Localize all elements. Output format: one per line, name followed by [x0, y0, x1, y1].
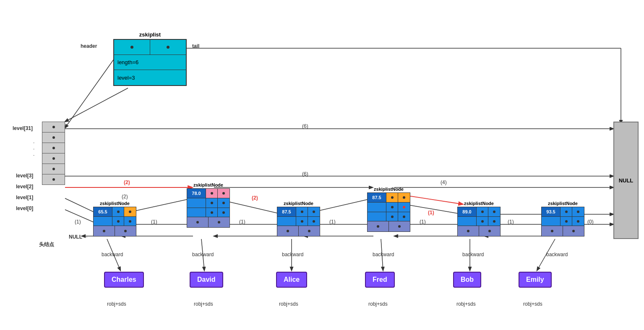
node-fred-score: 87.5 — [368, 193, 386, 202]
node-bob-level0 — [457, 216, 501, 226]
span-l0-5: (1) — [508, 219, 514, 225]
zskiplist-length-row: length=6 — [114, 55, 186, 70]
span-l0-6: (0) — [587, 219, 594, 225]
span-l0-3: (1) — [329, 219, 336, 225]
span-level2-2: (4) — [441, 179, 447, 185]
node-bob-level1: 89.0 — [457, 207, 501, 217]
header-cell-4 — [42, 164, 65, 174]
dots2: · — [33, 146, 34, 152]
span-l0-4: (1) — [420, 219, 426, 225]
name-david: David — [190, 272, 223, 288]
node-david-fwd2 — [206, 189, 218, 198]
name-emily: Emily — [519, 272, 552, 288]
robj-4: robj+sds — [456, 301, 476, 307]
node-david-fwd0 — [206, 208, 218, 217]
node-fred: zskiplistNode 87.5 — [367, 187, 410, 232]
span-level1-red: (2) — [252, 195, 258, 201]
backward-4: backward — [462, 252, 484, 257]
node-charles-fwd0 — [112, 217, 124, 226]
span-l0-1: (1) — [151, 219, 157, 225]
node-emily-level1: 93.5 — [541, 207, 584, 217]
span-l0-0: (1) — [75, 219, 81, 225]
node-emily-level0 — [541, 216, 584, 226]
header-cell-3 — [42, 153, 65, 164]
node-fred-span0 — [398, 212, 410, 221]
header-node-label: 头结点 — [39, 241, 54, 248]
node-fred-fwd0 — [386, 212, 398, 221]
node-fred-level2: 87.5 — [367, 192, 410, 203]
node-alice-span1 — [308, 207, 320, 216]
zskiplist-box: zskiplist length=6 level=3 — [113, 31, 187, 86]
node-bob-span1 — [488, 207, 500, 216]
zskiplist-header-dot-cell — [114, 40, 150, 55]
node-bob-bottom — [457, 226, 501, 236]
header-cell-0 — [42, 122, 65, 133]
node-david-fwd1 — [206, 198, 218, 208]
node-david-label: zskiplistNode — [187, 182, 230, 187]
level3-label: level[3] — [16, 173, 33, 179]
node-david-score: 78.0 — [187, 189, 206, 198]
name-fred: Fred — [365, 272, 395, 288]
zskiplist-header-row — [114, 40, 186, 55]
node-david-span1 — [218, 198, 229, 208]
level31-label: level[31] — [13, 125, 33, 131]
node-fred-fwd1 — [386, 203, 398, 212]
header-label: header — [81, 43, 97, 49]
robj-1: robj+sds — [194, 301, 213, 307]
zskiplist-title: zskiplist — [113, 31, 187, 38]
node-fred-fwd2 — [386, 193, 398, 202]
node-bob-label: zskiplistNode — [457, 201, 501, 206]
node-charles-span0 — [124, 217, 136, 226]
node-charles-label: zskiplistNode — [93, 201, 136, 206]
node-charles-bottom — [93, 226, 136, 236]
backward-2: backward — [282, 252, 303, 257]
name-emily-text: Emily — [526, 276, 544, 283]
node-fred-bottom — [367, 221, 410, 232]
node-bob: zskiplistNode 89.0 — [457, 201, 501, 236]
node-bob-span0 — [488, 217, 500, 226]
robj-2: robj+sds — [279, 301, 298, 307]
robj-5: robj+sds — [523, 301, 542, 307]
name-alice: Alice — [276, 272, 307, 288]
node-alice-label: zskiplistNode — [277, 201, 320, 206]
header-cell-2 — [42, 143, 65, 153]
zskiplist-length: length=6 — [117, 59, 138, 65]
backward-1: backward — [192, 252, 214, 257]
node-david-level2: 78.0 — [187, 188, 230, 198]
name-charles-text: Charles — [112, 276, 136, 283]
span-level2-1: (2) — [124, 179, 130, 185]
dots3: · — [33, 152, 34, 158]
tail-label: tail — [192, 43, 199, 49]
zskiplist-tail-dot-cell — [150, 40, 186, 55]
header-node — [42, 122, 65, 184]
node-emily-label: zskiplistNode — [541, 201, 584, 206]
span-l0-2: (1) — [239, 219, 245, 225]
header-pointer-dot — [130, 46, 133, 49]
node-alice: zskiplistNode 87.5 — [277, 201, 320, 236]
node-emily-bottom — [541, 226, 584, 236]
robj-3: robj+sds — [368, 301, 388, 307]
name-alice-text: Alice — [284, 276, 300, 283]
node-emily-span0 — [572, 217, 584, 226]
node-alice-score: 87.5 — [277, 207, 296, 216]
null-box-right: NULL — [613, 122, 639, 239]
zskiplist-level-row: level=3 — [114, 70, 186, 85]
svg-line-0 — [65, 88, 128, 122]
node-fred-level1 — [367, 202, 410, 212]
header-cell-1 — [42, 132, 65, 143]
robj-0: robj+sds — [107, 301, 126, 307]
backward-5: backward — [546, 252, 568, 257]
node-emily-span1 — [572, 207, 584, 216]
span-level1-1: (2) — [122, 194, 128, 200]
node-bob-score: 89.0 — [458, 207, 477, 216]
backward-3: backward — [373, 252, 394, 257]
node-david-bottom — [187, 217, 230, 228]
level1-label: level[1] — [16, 195, 33, 200]
level0-label: level[0] — [16, 205, 33, 211]
node-alice-bottom — [277, 226, 320, 236]
node-charles-fwd1 — [112, 207, 124, 216]
node-charles-level0 — [93, 216, 136, 226]
node-alice-level0 — [277, 216, 320, 226]
node-fred-span1 — [398, 203, 410, 212]
node-charles-back2 — [115, 226, 136, 236]
